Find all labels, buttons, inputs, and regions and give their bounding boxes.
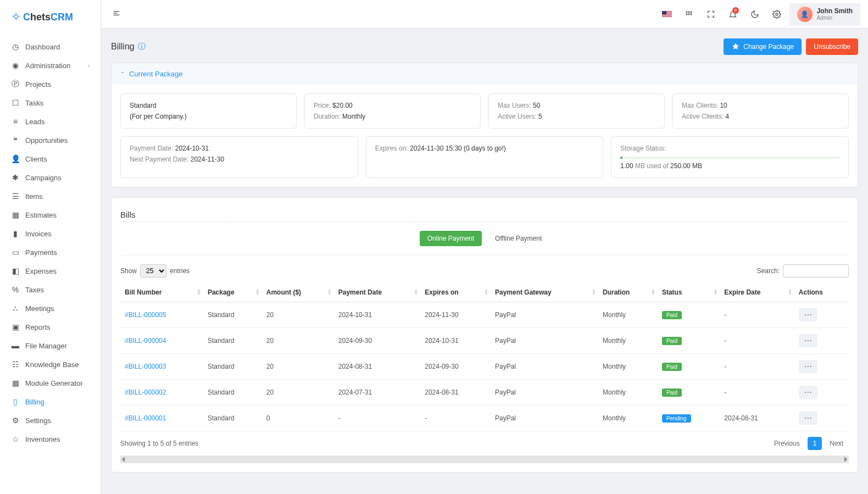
sidebar-item-billing[interactable]: ▯Billing [0, 392, 101, 411]
bills-title: Bills [120, 210, 849, 219]
svg-rect-3 [686, 11, 687, 13]
price-card: Price: $20.00 Duration: Monthly [304, 93, 481, 129]
svg-rect-7 [688, 13, 689, 15]
expenses-icon: ◧ [11, 267, 20, 275]
page-1-button[interactable]: 1 [808, 437, 822, 450]
prev-button[interactable]: Previous [769, 437, 805, 450]
sidebar-item-label: Items [25, 192, 43, 201]
apps-grid-icon[interactable] [680, 5, 698, 24]
info-icon[interactable]: ⓘ [138, 42, 146, 52]
row-actions-button[interactable]: ⋯ [799, 412, 817, 425]
sidebar-item-meetings[interactable]: ⛬Meetings [0, 299, 101, 318]
bills-panel: Bills Online Payment Offline Payment Sho… [111, 197, 858, 473]
sidebar-item-payments[interactable]: ▭Payments [0, 243, 101, 262]
sidebar-item-estimates[interactable]: ▦Estimates [0, 206, 101, 224]
sidebar-item-campaigns[interactable]: ✱Campaigns [0, 168, 101, 187]
sidebar-item-label: Administration [25, 62, 70, 70]
user-menu[interactable]: 👤 John Smith Admin [789, 3, 860, 25]
sidebar-item-knowledge-base[interactable]: ☷Knowledge Base [0, 355, 101, 374]
entries-label: entries [170, 267, 190, 275]
dark-mode-toggle[interactable] [745, 5, 764, 24]
current-package-panel: ⌃ Current Package Standard (For per Comp… [111, 63, 858, 187]
storage-card: Storage Status: 1.00 MB used of 250.00 M… [611, 136, 849, 178]
clients-icon: 👤 [11, 154, 20, 163]
estimates-icon: ▦ [11, 210, 20, 219]
column-package[interactable]: Package▲▼ [203, 283, 262, 302]
next-button[interactable]: Next [824, 437, 849, 450]
table-info: Showing 1 to 5 of 5 entries [120, 440, 198, 447]
fullscreen-icon[interactable] [702, 5, 720, 24]
column-expires-on[interactable]: Expires on▲▼ [420, 283, 491, 302]
flag-us-icon [662, 11, 672, 18]
column-payment-date[interactable]: Payment Date▲▼ [334, 283, 420, 302]
bill-link[interactable]: #BILL-000002 [125, 388, 166, 396]
page-size-select[interactable]: 25 [140, 264, 166, 277]
svg-rect-8 [690, 13, 692, 15]
panel-toggle[interactable]: ⌃ Current Package [112, 63, 858, 85]
sidebar-item-invoices[interactable]: ▮Invoices [0, 224, 101, 243]
sidebar-item-dashboard[interactable]: ◷Dashboard [0, 37, 101, 56]
opportunity-icon: ❝ [11, 136, 20, 145]
notifications-button[interactable]: 0 [724, 5, 742, 24]
sidebar-item-taxes[interactable]: %Taxes [0, 280, 101, 299]
sidebar-item-settings[interactable]: ⚙Settings [0, 411, 101, 430]
bill-link[interactable]: #BILL-000003 [125, 363, 166, 370]
table-row: #BILL-000005 Standard 20 2024-10-31 2024… [120, 302, 849, 328]
sidebar-item-expenses[interactable]: ◧Expenses [0, 262, 101, 280]
row-actions-button[interactable]: ⋯ [799, 386, 817, 399]
column-expire-date[interactable]: Expire Date▲▼ [720, 283, 794, 302]
logo-text: ChetsCRM [23, 12, 73, 23]
svg-point-9 [776, 13, 778, 15]
project-icon: Ⓟ [11, 80, 20, 88]
table-row: #BILL-000003 Standard 20 2024-08-31 2024… [120, 354, 849, 380]
sidebar-item-inventories[interactable]: ☆Inventories [0, 430, 101, 448]
sidebar-item-clients[interactable]: 👤Clients [0, 149, 101, 168]
svg-rect-5 [690, 11, 692, 13]
sidebar-item-projects[interactable]: ⓅProjects [0, 75, 101, 93]
sidebar-item-label: Inventories [25, 435, 60, 443]
sidebar-item-label: Projects [25, 80, 51, 88]
sidebar-item-module-generator[interactable]: ▦Module Generator [0, 374, 101, 392]
column-actions[interactable]: Actions [794, 283, 849, 302]
column-payment-gateway[interactable]: Payment Gateway▲▼ [491, 283, 598, 302]
sidebar-item-reports[interactable]: ▣Reports [0, 318, 101, 336]
unsubscribe-button[interactable]: Unsubscribe [806, 38, 858, 55]
row-actions-button[interactable]: ⋯ [799, 308, 817, 321]
logo[interactable]: ✧ ChetsCRM [0, 0, 101, 34]
row-actions-button[interactable]: ⋯ [799, 360, 817, 373]
sidebar-item-label: Billing [25, 398, 44, 406]
sidebar-item-opportunities[interactable]: ❝Opportunities [0, 131, 101, 149]
sidebar-item-leads[interactable]: ≡Leads [0, 112, 101, 131]
change-package-button[interactable]: Change Package [724, 38, 802, 55]
sidebar-item-administration[interactable]: ◉Administration› [0, 56, 101, 75]
invoices-icon: ▮ [11, 229, 20, 238]
status-badge: Paid [662, 363, 682, 371]
settings-gear-icon[interactable] [767, 5, 786, 24]
horizontal-scrollbar[interactable] [120, 456, 849, 463]
row-actions-button[interactable]: ⋯ [799, 334, 817, 347]
chevron-right-icon: › [88, 63, 90, 69]
menu-toggle-button[interactable] [109, 5, 124, 23]
sidebar-item-label: Invoices [25, 230, 52, 238]
bill-link[interactable]: #BILL-000005 [125, 311, 166, 319]
sidebar-item-tasks[interactable]: ☐Tasks [0, 93, 101, 112]
language-flag[interactable] [658, 5, 676, 24]
bill-link[interactable]: #BILL-000004 [125, 337, 166, 345]
svg-rect-4 [688, 11, 689, 13]
page-title: Billing ⓘ [111, 42, 146, 52]
offline-payment-tab[interactable]: Offline Payment [487, 231, 549, 246]
bill-link[interactable]: #BILL-000001 [125, 414, 166, 422]
sidebar-item-file-manager[interactable]: ▬File Manager [0, 336, 101, 355]
column-amount-[interactable]: Amount ($)▲▼ [262, 283, 334, 302]
kb-icon: ☷ [11, 360, 20, 369]
sidebar-item-items[interactable]: ☰Items [0, 187, 101, 206]
user-name: John Smith [817, 7, 853, 15]
column-duration[interactable]: Duration▲▼ [598, 283, 658, 302]
chevron-up-icon: ⌃ [120, 71, 125, 77]
search-input[interactable] [783, 264, 849, 277]
nav: ◷Dashboard◉Administration›ⓅProjects☐Task… [0, 34, 101, 494]
column-bill-number[interactable]: Bill Number▲▼ [120, 283, 203, 302]
table-row: #BILL-000001 Standard 0 - - PayPal Month… [120, 406, 849, 431]
column-status[interactable]: Status▲▼ [658, 283, 720, 302]
online-payment-tab[interactable]: Online Payment [420, 231, 482, 246]
